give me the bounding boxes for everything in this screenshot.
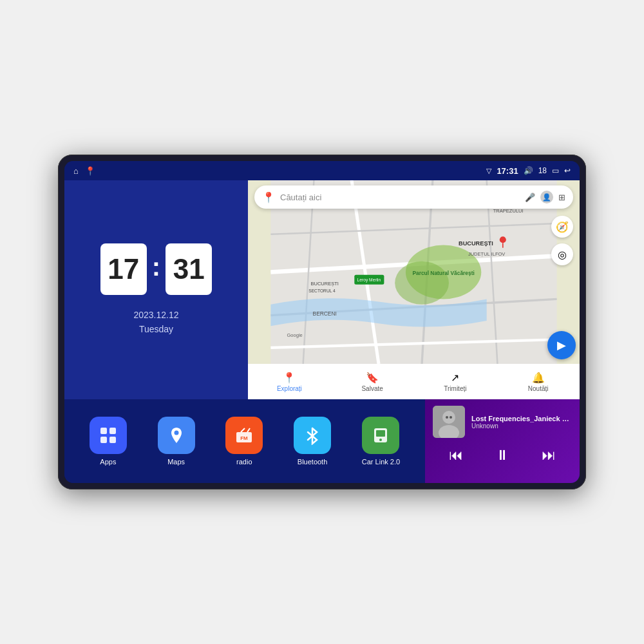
maps-label: Maps (167, 458, 185, 466)
svg-point-38 (446, 416, 448, 419)
music-panel: Lost Frequencies_Janieck Devy-... Unknow… (425, 399, 580, 483)
map-location-button[interactable]: ◎ (551, 243, 573, 265)
music-info: Lost Frequencies_Janieck Devy-... Unknow… (433, 406, 572, 438)
app-item-bluetooth[interactable]: Bluetooth (294, 417, 331, 466)
music-artist: Unknown (471, 422, 572, 430)
account-icon[interactable]: 👤 (540, 191, 553, 204)
svg-text:BUCUREȘTI: BUCUREȘTI (310, 281, 339, 287)
carlink-label: Car Link 2.0 (362, 458, 400, 466)
mic-icon[interactable]: 🎤 (525, 193, 535, 202)
svg-text:Parcul Natural Văcărești: Parcul Natural Văcărești (412, 270, 474, 276)
clock-hours: 17 (100, 243, 147, 295)
device-frame: ⌂ 📍 ▽ 17:31 🔊 18 ▭ ↩ 17 : (58, 155, 586, 489)
apps-label: Apps (100, 458, 116, 466)
svg-text:Leroy Merlin: Leroy Merlin (357, 278, 381, 283)
music-text: Lost Frequencies_Janieck Devy-... Unknow… (471, 415, 572, 430)
map-nav-share[interactable]: ↗ Trimiteți (414, 372, 497, 392)
explore-icon: 📍 (283, 372, 296, 384)
app-item-maps[interactable]: Maps (158, 417, 195, 466)
bluetooth-label: Bluetooth (298, 458, 327, 466)
map-pin-icon: 📍 (262, 191, 275, 204)
svg-rect-33 (376, 430, 385, 437)
svg-rect-25 (100, 437, 107, 443)
app-item-apps[interactable]: Apps (90, 417, 127, 466)
map-compass-button[interactable]: 🧭 (551, 216, 573, 238)
svg-rect-24 (109, 428, 116, 434)
apps-panel: Apps Maps (64, 399, 425, 483)
svg-point-10 (395, 261, 449, 305)
map-nav-news[interactable]: 🔔 Noutăți (497, 372, 580, 392)
clock-colon: : (152, 252, 160, 281)
bluetooth-icon (294, 417, 331, 454)
clock-display: 17 : 31 (100, 243, 212, 295)
volume-icon: 🔊 (524, 166, 533, 175)
music-title: Lost Frequencies_Janieck Devy-... (471, 415, 572, 422)
signal-icon: ▽ (486, 167, 491, 175)
svg-text:Google: Google (287, 332, 303, 338)
carlink-icon (362, 417, 399, 454)
share-icon: ↗ (451, 372, 459, 384)
svg-point-27 (174, 431, 178, 435)
map-bottom-nav: 📍 Explorați 🔖 Salvate ↗ Trimiteți 🔔 (248, 364, 580, 399)
status-left-icons: ⌂ 📍 (73, 166, 95, 176)
radio-label: radio (236, 458, 252, 466)
home-icon[interactable]: ⌂ (73, 166, 79, 176)
svg-line-31 (247, 428, 250, 432)
svg-text:SECTORUL 4: SECTORUL 4 (308, 289, 336, 293)
status-right-area: ▽ 17:31 🔊 18 ▭ ↩ (486, 166, 571, 176)
svg-point-39 (450, 416, 452, 419)
svg-rect-23 (100, 428, 107, 434)
prev-button[interactable]: ⏮ (444, 444, 468, 466)
svg-point-36 (442, 411, 455, 424)
clock-date: 2023.12.12 Tuesday (133, 308, 178, 337)
map-nav-explore[interactable]: 📍 Explorați (248, 372, 331, 392)
bottom-section: Apps Maps (64, 399, 580, 483)
svg-line-30 (241, 428, 245, 432)
svg-text:JUDEȚUL ILFOV: JUDEȚUL ILFOV (468, 251, 505, 257)
main-content: 17 : 31 2023.12.12 Tuesday (64, 180, 580, 483)
status-time: 17:31 (497, 166, 518, 176)
map-search-text[interactable]: Căutați aici (280, 193, 520, 202)
grid-icon[interactable]: ⊞ (558, 193, 565, 202)
svg-rect-26 (109, 437, 116, 443)
map-panel[interactable]: Parcul Natural Văcărești BUCUREȘTI JUDEȚ… (248, 180, 580, 399)
device-screen: ⌂ 📍 ▽ 17:31 🔊 18 ▭ ↩ 17 : (64, 161, 580, 483)
top-section: 17 : 31 2023.12.12 Tuesday (64, 180, 580, 399)
svg-point-20 (500, 236, 506, 243)
play-pause-button[interactable]: ⏸ (490, 444, 515, 466)
apps-icon (90, 417, 127, 454)
svg-point-34 (379, 439, 382, 441)
maps-icon[interactable]: 📍 (85, 166, 95, 176)
map-search-icons: 🎤 👤 ⊞ (525, 191, 565, 204)
saved-icon: 🔖 (366, 372, 379, 384)
map-start-button[interactable]: ▶ (547, 331, 576, 359)
svg-text:BERCENI: BERCENI (313, 310, 337, 317)
radio-icon: FM (225, 417, 263, 454)
clock-panel: 17 : 31 2023.12.12 Tuesday (64, 180, 248, 399)
next-button[interactable]: ⏭ (536, 444, 561, 466)
maps-app-icon (158, 417, 195, 454)
back-icon[interactable]: ↩ (564, 166, 571, 175)
status-bar: ⌂ 📍 ▽ 17:31 🔊 18 ▭ ↩ (64, 161, 580, 180)
svg-text:TRAPEZULUI: TRAPEZULUI (493, 208, 524, 214)
music-controls: ⏮ ⏸ ⏭ (433, 444, 572, 466)
volume-level: 18 (538, 166, 547, 175)
app-item-carlink[interactable]: Car Link 2.0 (362, 417, 400, 466)
album-art (433, 406, 465, 438)
battery-icon: ▭ (552, 166, 559, 175)
map-nav-saved[interactable]: 🔖 Salvate (331, 372, 414, 392)
app-item-radio[interactable]: FM radio (225, 417, 263, 466)
news-icon: 🔔 (532, 372, 545, 384)
clock-minutes: 31 (166, 243, 212, 295)
svg-text:FM: FM (241, 435, 249, 441)
svg-text:BUCUREȘTI: BUCUREȘTI (459, 240, 493, 247)
map-search-bar[interactable]: 📍 Căutați aici 🎤 👤 ⊞ (254, 185, 573, 209)
